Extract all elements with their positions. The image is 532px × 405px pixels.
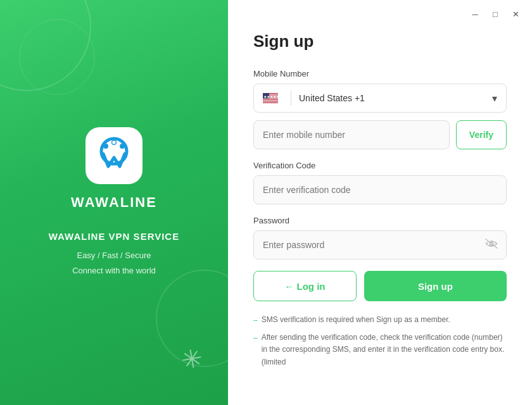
svg-rect-8 [263, 99, 278, 99]
mobile-number-label: Mobile Number [253, 69, 507, 78]
login-button[interactable]: ← Log in [253, 271, 357, 301]
eye-icon[interactable] [485, 239, 498, 251]
maximize-button[interactable]: □ [486, 5, 504, 23]
country-name: United States +1 [299, 93, 492, 103]
note-dash-1: – [253, 315, 258, 327]
svg-rect-9 [263, 100, 278, 101]
decorative-circle [19, 19, 95, 95]
minimize-button[interactable]: ─ [466, 5, 484, 23]
note-text-1: SMS verification is required when Sign u… [262, 314, 450, 326]
password-wrapper [253, 230, 507, 259]
svg-rect-10 [263, 102, 278, 103]
tagline: Easy / Fast / Secure Connect with the wo… [49, 248, 179, 278]
action-row: ← Log in Sign up [253, 271, 507, 301]
verification-code-input[interactable] [253, 175, 507, 204]
note-item-2: – After sending the verification code, c… [253, 332, 507, 368]
titlebar: ─ □ ✕ [459, 0, 532, 28]
tagline-container: WAWALINE VPN SERVICE Easy / Fast / Secur… [49, 231, 179, 278]
password-input[interactable] [253, 230, 507, 259]
logo-container: WAWALINE [71, 127, 157, 211]
svg-text:★★★★★★: ★★★★★★ [263, 95, 279, 99]
svg-point-3 [112, 140, 117, 145]
note-item-1: – SMS verification is required when Sign… [253, 314, 507, 327]
password-field: Password [253, 216, 507, 259]
page-title: Sign up [253, 32, 507, 51]
right-panel: Sign up Mobile Number ★★★★★★ United Stat… [228, 0, 532, 405]
svg-point-1 [103, 144, 108, 149]
verification-code-field: Verification Code [253, 161, 507, 204]
svg-point-2 [120, 144, 125, 149]
left-panel: ✳ WAWALINE WAWALINE VPN SERVICE Easy / F… [0, 0, 228, 405]
chevron-down-icon: ▾ [492, 92, 497, 104]
signup-button[interactable]: Sign up [364, 271, 507, 301]
logo-box [86, 127, 142, 184]
us-flag-icon: ★★★★★★ [263, 92, 278, 104]
tagline-line2: Connect with the world [72, 266, 156, 275]
service-name: WAWALINE VPN SERVICE [49, 231, 179, 242]
star-icon: ✳ [179, 342, 205, 375]
mobile-input-row: Verify [253, 120, 507, 149]
wawaline-logo [92, 134, 136, 178]
brand-name: WAWALINE [71, 194, 157, 211]
verify-button[interactable]: Verify [456, 120, 507, 149]
note-dash-2: – [253, 332, 258, 344]
verification-code-label: Verification Code [253, 161, 507, 170]
password-label: Password [253, 216, 507, 225]
flag-divider [291, 90, 291, 106]
country-selector[interactable]: ★★★★★★ United States +1 ▾ [253, 84, 507, 113]
note-text-2: After sending the verification code, che… [262, 332, 507, 368]
notes-section: – SMS verification is required when Sign… [253, 314, 507, 368]
close-button[interactable]: ✕ [507, 5, 524, 23]
tagline-line1: Easy / Fast / Secure [77, 251, 151, 260]
mobile-number-input[interactable] [253, 120, 450, 149]
